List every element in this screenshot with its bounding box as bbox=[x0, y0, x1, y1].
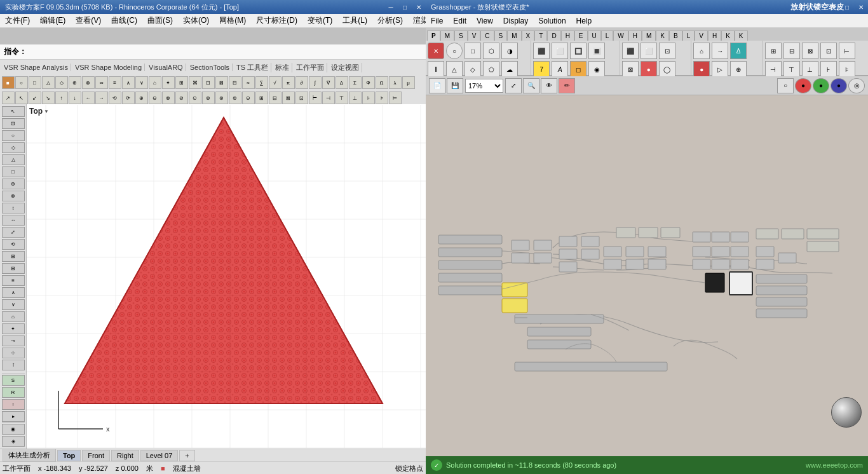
gh-arch-8[interactable]: ⊥ bbox=[802, 61, 818, 78]
gh-icon-x[interactable]: ✕ bbox=[428, 43, 444, 59]
tb-btn-29[interactable]: Ω bbox=[376, 76, 388, 89]
left-btn-15[interactable]: ≡ bbox=[2, 275, 25, 286]
tb-btn-18[interactable]: ⊟ bbox=[229, 76, 241, 89]
gh-util-3[interactable]: Δ bbox=[730, 43, 747, 59]
gh-icon-arc[interactable]: ◑ bbox=[501, 43, 518, 59]
tb-btn-30[interactable]: λ bbox=[389, 76, 402, 89]
toolbar-visualarq[interactable]: VisualARQ bbox=[146, 64, 186, 71]
tb-btn-r2-16[interactable]: ⊚ bbox=[202, 91, 215, 104]
gh-arch-10[interactable]: ⊧ bbox=[839, 61, 855, 78]
left-btn-snap1[interactable]: S bbox=[2, 375, 25, 386]
gh-btn-zoom-in[interactable]: 🔍 bbox=[523, 78, 539, 93]
gh-tab-extra[interactable]: E bbox=[574, 30, 588, 41]
gh-btn-sphere4[interactable]: ● bbox=[831, 78, 847, 93]
tb-btn-r2-26[interactable]: ⊤ bbox=[336, 91, 348, 104]
gh-prim-2[interactable]: ⬜ bbox=[552, 43, 568, 59]
gh-menu-file[interactable]: File bbox=[426, 15, 448, 27]
gh-tab-mesh[interactable]: M bbox=[507, 30, 521, 41]
gh-maximize-btn[interactable]: □ bbox=[840, 0, 854, 14]
gh-prim-6[interactable]: A bbox=[552, 61, 568, 78]
gh-tab-surface[interactable]: S bbox=[494, 30, 508, 41]
toolbar-sectiontools[interactable]: SectionTools bbox=[187, 64, 233, 71]
gh-canvas[interactable] bbox=[426, 95, 868, 456]
tb-btn-r2-27[interactable]: ⊥ bbox=[349, 91, 362, 104]
tb-btn-r2-9[interactable]: ⟲ bbox=[109, 91, 121, 104]
rhino-maximize-btn[interactable]: □ bbox=[398, 0, 412, 14]
gh-prim-3[interactable]: 🔲 bbox=[570, 43, 587, 59]
tb-btn-r2-11[interactable]: ⊕ bbox=[135, 91, 148, 104]
gh-arch-4[interactable]: ⊡ bbox=[820, 43, 837, 59]
tb-btn-5[interactable]: ◇ bbox=[55, 76, 68, 89]
toolbar-vsr-analysis[interactable]: VSR Shape Analysis bbox=[1, 64, 71, 71]
left-btn-bottom2[interactable]: ◈ bbox=[2, 436, 25, 447]
tb-btn-16[interactable]: ⊡ bbox=[202, 76, 215, 89]
menu-view[interactable]: 查看(V) bbox=[71, 14, 106, 27]
left-btn-bottom1[interactable]: ◉ bbox=[2, 424, 25, 435]
tb-btn-31[interactable]: μ bbox=[402, 76, 415, 89]
gh-util-6[interactable]: ⊕ bbox=[730, 61, 747, 78]
toolbar-vsr-modeling[interactable]: VSR Shape Modeling bbox=[72, 64, 145, 71]
tb-btn-r2-12[interactable]: ⊖ bbox=[149, 91, 161, 104]
toolbar-workplane[interactable]: 工作平面 bbox=[294, 63, 327, 72]
rhino-close-btn[interactable]: ✕ bbox=[412, 0, 426, 14]
gh-prim-1[interactable]: ⬛ bbox=[533, 43, 550, 59]
gh-util-1[interactable]: ⌂ bbox=[693, 43, 710, 59]
left-btn-17[interactable]: ∨ bbox=[2, 299, 25, 310]
menu-transform[interactable]: 变动(T) bbox=[302, 14, 337, 27]
tb-btn-r2-6[interactable]: ↓ bbox=[69, 91, 81, 104]
gh-tab-kangaroo[interactable]: H bbox=[561, 30, 574, 41]
gh-zoom-select[interactable]: 17% 25% 50% 100% bbox=[465, 79, 503, 93]
tb-btn-6[interactable]: ⊕ bbox=[69, 76, 81, 89]
gh-icon-circle[interactable]: ○ bbox=[446, 43, 463, 59]
tb-btn-r2-25[interactable]: ⊣ bbox=[322, 91, 335, 104]
tb-btn-22[interactable]: π bbox=[282, 76, 295, 89]
gh-prim-7[interactable]: ◻ bbox=[570, 61, 587, 78]
tb-btn-r2-20[interactable]: ⊞ bbox=[255, 91, 268, 104]
gh-arch-7[interactable]: ⊤ bbox=[783, 61, 800, 78]
gh-util-2[interactable]: → bbox=[712, 43, 728, 59]
gh-icon-hex[interactable]: ⬡ bbox=[483, 43, 499, 59]
gh-menu-solution[interactable]: Solution bbox=[533, 15, 571, 27]
statusbar-tab-front[interactable]: Front bbox=[82, 450, 110, 461]
tb-btn-17[interactable]: ⊠ bbox=[215, 76, 228, 89]
gh-tab-k[interactable]: K bbox=[656, 30, 669, 41]
tb-btn-r2-1[interactable]: ↗ bbox=[2, 91, 15, 104]
menu-solid[interactable]: 实体(O) bbox=[178, 14, 214, 27]
gh-tab-intersect[interactable]: X bbox=[522, 30, 535, 41]
left-btn-19[interactable]: ✦ bbox=[2, 323, 25, 334]
gh-btn-save[interactable]: 💾 bbox=[447, 78, 463, 93]
left-btn-3[interactable]: ○ bbox=[2, 130, 25, 141]
gh-tab-k3[interactable]: K bbox=[735, 30, 748, 41]
tb-btn-r2-4[interactable]: ↘ bbox=[42, 91, 55, 104]
tb-btn-r2-5[interactable]: ↑ bbox=[55, 91, 68, 104]
gh-util-5[interactable]: ▷ bbox=[712, 61, 728, 78]
left-btn-21[interactable]: ⊹ bbox=[2, 348, 25, 358]
menu-dim[interactable]: 尺寸标注(D) bbox=[251, 14, 302, 27]
gh-tab-sets[interactable]: S bbox=[454, 30, 468, 41]
tb-btn-25[interactable]: ∇ bbox=[322, 76, 335, 89]
left-btn-12[interactable]: ⟲ bbox=[2, 239, 25, 250]
gh-btn-new[interactable]: 📄 bbox=[429, 78, 445, 93]
gh-menu-help[interactable]: Help bbox=[571, 15, 597, 27]
gh-btn-eye[interactable]: 👁 bbox=[541, 78, 557, 93]
gh-menu-view[interactable]: View bbox=[471, 15, 498, 27]
gh-tab-w[interactable]: W bbox=[613, 30, 628, 41]
left-btn-9[interactable]: ↕ bbox=[2, 203, 25, 213]
gh-arch-1[interactable]: ⊞ bbox=[765, 43, 782, 59]
gh-btn-sphere2[interactable]: ● bbox=[795, 78, 811, 93]
gh-input-4[interactable]: ⊠ bbox=[622, 61, 639, 78]
tb-btn-r2-2[interactable]: ↖ bbox=[15, 91, 28, 104]
tb-btn-20[interactable]: ∑ bbox=[255, 76, 268, 89]
statusbar-tab-right[interactable]: Right bbox=[111, 450, 139, 461]
tb-btn-r2-7[interactable]: ← bbox=[82, 91, 95, 104]
gh-icon-rect[interactable]: □ bbox=[465, 43, 481, 59]
command-input[interactable] bbox=[29, 48, 422, 57]
gh-input-3[interactable]: ⊡ bbox=[659, 43, 675, 59]
gh-icon-diamond[interactable]: ◇ bbox=[465, 61, 481, 78]
left-btn-select[interactable]: ↖ bbox=[2, 106, 25, 117]
tb-btn-r2-23[interactable]: ⊡ bbox=[295, 91, 308, 104]
gh-arch-5[interactable]: ⊢ bbox=[839, 43, 855, 59]
gh-tab-v2[interactable]: V bbox=[695, 30, 708, 41]
gh-menu-edit[interactable]: Edit bbox=[448, 15, 471, 27]
left-btn-20[interactable]: ⊸ bbox=[2, 335, 25, 346]
